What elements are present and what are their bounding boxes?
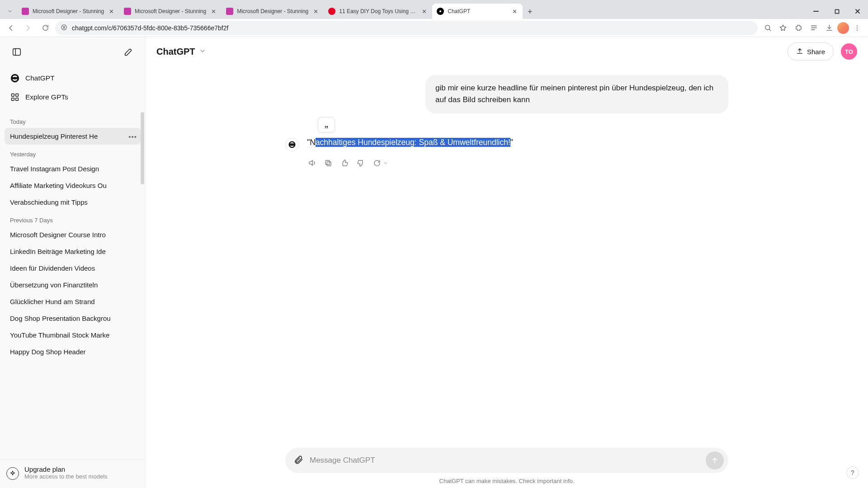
conversation-item[interactable]: Glücklicher Hund am Strand bbox=[5, 293, 141, 310]
conversation-item[interactable]: Dog Shop Presentation Backgrou bbox=[5, 310, 141, 327]
browser-tab[interactable]: 11 Easy DIY Dog Toys Using Fre ✕ bbox=[324, 4, 432, 19]
conversation-item[interactable]: Übersetzung von Finanztiteln bbox=[5, 277, 141, 293]
read-aloud-button[interactable] bbox=[307, 158, 317, 168]
address-bar[interactable]: chatgpt.com/c/6706357d-5fdc-800e-83b5-73… bbox=[55, 21, 758, 35]
conversation-item[interactable]: Ideen für Dividenden Videos bbox=[5, 260, 141, 277]
conversation-item-active[interactable]: Hundespielzeug Pinterest He ••• bbox=[5, 128, 141, 145]
browser-profile-avatar[interactable] bbox=[837, 22, 849, 34]
conversation-title: Hundespielzeug Pinterest He bbox=[10, 132, 98, 140]
tab-title: Microsoft Designer - Stunning bbox=[33, 8, 104, 14]
svg-rect-12 bbox=[327, 162, 331, 166]
downloads-icon[interactable] bbox=[822, 21, 836, 35]
window-maximize-button[interactable] bbox=[826, 4, 847, 19]
tab-list-dropdown[interactable] bbox=[3, 4, 17, 19]
sidebar-item-chatgpt[interactable]: ChatGPT bbox=[5, 69, 141, 88]
svg-point-6 bbox=[857, 29, 858, 30]
collapse-sidebar-button[interactable] bbox=[8, 43, 25, 61]
window-controls bbox=[806, 4, 868, 19]
conversation-item[interactable]: Verabschiedung mit Tipps bbox=[5, 194, 141, 211]
assistant-message[interactable]: „ "Nachhaltiges Hundespielzeug: Spaß & U… bbox=[285, 136, 728, 169]
site-info-icon[interactable] bbox=[61, 24, 67, 32]
conversation-item[interactable]: Travel Instagram Post Design bbox=[5, 160, 141, 177]
browser-tab[interactable]: Microsoft Designer - Stunning ✕ bbox=[119, 4, 222, 19]
tab-title: 11 Easy DIY Dog Toys Using Fre bbox=[339, 8, 417, 14]
zoom-icon[interactable] bbox=[760, 21, 775, 35]
assistant-text-selected[interactable]: achhaltiges Hundespielzeug: Spaß & Umwel… bbox=[316, 138, 510, 147]
nav-forward-button[interactable] bbox=[21, 21, 35, 35]
conversation-item[interactable]: Happy Dog Shop Header bbox=[5, 343, 141, 360]
tab-close-icon[interactable]: ✕ bbox=[420, 8, 428, 15]
composer-input[interactable]: Message ChatGPT bbox=[310, 456, 699, 465]
favicon-chatgpt-icon bbox=[437, 8, 444, 15]
new-tab-button[interactable]: + bbox=[523, 5, 537, 19]
sidebar-section-label: Previous 7 Days bbox=[5, 211, 141, 226]
conversation-item[interactable]: Affiliate Marketing Videokurs Ou bbox=[5, 177, 141, 194]
user-avatar[interactable]: TO bbox=[841, 43, 857, 60]
main-header: ChatGPT Share TO bbox=[146, 37, 868, 66]
upgrade-title: Upgrade plan bbox=[24, 465, 108, 473]
attach-button[interactable] bbox=[293, 455, 303, 466]
conversation-area[interactable]: gib mir eine kurze headline für meinen p… bbox=[146, 66, 868, 488]
conversation-title: Dog Shop Presentation Backgrou bbox=[10, 314, 111, 322]
browser-tab[interactable]: Microsoft Designer - Stunning ✕ bbox=[222, 4, 324, 19]
svg-rect-7 bbox=[13, 49, 21, 56]
conversation-item[interactable]: Microsoft Designer Course Intro bbox=[5, 226, 141, 243]
chatgpt-app: ChatGPT Explore GPTs Today Hundespielzeu… bbox=[0, 37, 868, 488]
copy-button[interactable] bbox=[323, 158, 333, 168]
sidebar-item-explore-gpts[interactable]: Explore GPTs bbox=[5, 88, 141, 107]
tab-close-icon[interactable]: ✕ bbox=[511, 8, 518, 15]
svg-rect-10 bbox=[12, 98, 14, 101]
conversation-title: Happy Dog Shop Header bbox=[10, 348, 86, 356]
regenerate-button[interactable] bbox=[372, 158, 382, 168]
sidebar-item-label: ChatGPT bbox=[25, 74, 55, 82]
nav-back-button[interactable] bbox=[4, 21, 18, 35]
conversation-title: YouTube Thumbnail Stock Marke bbox=[10, 331, 109, 339]
conversation-more-icon[interactable]: ••• bbox=[128, 132, 137, 140]
message-actions bbox=[307, 157, 513, 169]
browser-tab-active[interactable]: ChatGPT ✕ bbox=[432, 4, 523, 19]
help-button[interactable]: ? bbox=[846, 466, 859, 479]
conversation-title: Verabschiedung mit Tipps bbox=[10, 198, 88, 206]
conversation-title: Ideen für Dividenden Videos bbox=[10, 264, 95, 272]
conversation-item[interactable]: LinkedIn Beiträge Marketing Ide bbox=[5, 243, 141, 260]
quote-selection-button[interactable]: „ bbox=[318, 117, 335, 132]
bookmark-star-icon[interactable] bbox=[776, 21, 790, 35]
browser-toolbar: chatgpt.com/c/6706357d-5fdc-800e-83b5-73… bbox=[0, 19, 868, 37]
send-button[interactable] bbox=[706, 451, 724, 469]
favicon-pinterest-icon bbox=[328, 8, 335, 15]
window-minimize-button[interactable] bbox=[806, 4, 826, 19]
grid-icon bbox=[10, 92, 20, 102]
extensions-icon[interactable] bbox=[791, 21, 806, 35]
tab-close-icon[interactable]: ✕ bbox=[210, 8, 217, 15]
model-label: ChatGPT bbox=[156, 47, 195, 57]
scrollbar-thumb[interactable] bbox=[141, 112, 144, 184]
share-label: Share bbox=[807, 48, 825, 56]
svg-rect-13 bbox=[326, 160, 330, 164]
reading-list-icon[interactable] bbox=[807, 21, 821, 35]
nav-reload-button[interactable] bbox=[38, 21, 52, 35]
upgrade-plan-button[interactable]: Upgrade plan More access to the best mod… bbox=[0, 460, 145, 488]
new-chat-button[interactable] bbox=[120, 43, 137, 61]
svg-rect-11 bbox=[16, 98, 19, 101]
browser-tab[interactable]: Microsoft Designer - Stunning ✕ bbox=[17, 4, 119, 19]
model-selector[interactable]: ChatGPT bbox=[156, 47, 206, 57]
user-message[interactable]: gib mir eine kurze headline für meinen p… bbox=[425, 75, 728, 113]
conversation-title: Travel Instagram Post Design bbox=[10, 165, 99, 173]
thumbs-up-button[interactable] bbox=[340, 158, 349, 168]
tab-close-icon[interactable]: ✕ bbox=[312, 8, 319, 15]
svg-point-5 bbox=[857, 27, 858, 28]
favicon-designer-icon bbox=[226, 8, 233, 15]
svg-point-3 bbox=[765, 25, 769, 30]
svg-rect-8 bbox=[12, 94, 14, 97]
conversation-item[interactable]: YouTube Thumbnail Stock Marke bbox=[5, 327, 141, 343]
tab-close-icon[interactable]: ✕ bbox=[108, 8, 115, 15]
browser-menu-icon[interactable] bbox=[850, 21, 864, 35]
chevron-down-icon[interactable] bbox=[383, 157, 388, 169]
composer[interactable]: Message ChatGPT bbox=[285, 448, 728, 473]
sidebar-history[interactable]: Today Hundespielzeug Pinterest He ••• Ye… bbox=[0, 112, 145, 460]
share-button[interactable]: Share bbox=[788, 42, 834, 61]
upload-icon bbox=[796, 47, 803, 56]
thumbs-down-button[interactable] bbox=[356, 158, 366, 168]
window-close-button[interactable] bbox=[847, 4, 868, 19]
user-message-text: gib mir eine kurze headline für meinen p… bbox=[435, 84, 713, 104]
